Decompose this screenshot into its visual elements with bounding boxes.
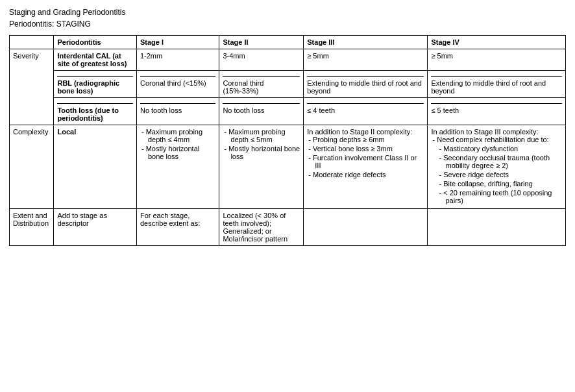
- list-item: Masticatory dysfunction: [437, 145, 562, 153]
- complexity-stage2: Maximum probing depth ≤ 5mm Mostly horiz…: [219, 125, 304, 209]
- extent-stage2: Localized (< 30% of teeth involved); Gen…: [219, 209, 304, 246]
- extent-stage3: [304, 209, 428, 246]
- severity-toothless-row: Tooth loss (due to periodontitis) No too…: [10, 98, 566, 125]
- rbl-stage1: Coronal third (<15%): [136, 71, 219, 98]
- list-item: Secondary occlusal trauma (tooth mobilit…: [437, 154, 562, 169]
- header-periodontitis: Periodontitis: [54, 36, 136, 49]
- cal-header: Interdental CAL (at site of greatest los…: [54, 49, 136, 71]
- cal-stage2: 3-4mm: [219, 49, 304, 71]
- stage4-intro: In addition to Stage III complexity:: [431, 128, 562, 136]
- cal-stage4: ≥ 5mm: [428, 49, 566, 71]
- rbl-stage4: Extending to middle third of root and be…: [428, 71, 566, 98]
- complexity-stage1: Maximum probing depth ≤ 4mm Mostly horiz…: [136, 125, 219, 209]
- header-stage1: Stage I: [136, 36, 219, 49]
- extent-stage4: [428, 209, 566, 246]
- complexity-stage4: In addition to Stage III complexity: Nee…: [428, 125, 566, 209]
- extent-periodontitis: Add to stage as descriptor: [54, 209, 136, 246]
- list-item: Probing depths ≥ 6mm: [307, 136, 424, 143]
- extent-stage1: For each stage, describe extent as:: [136, 209, 219, 246]
- subtitle: Periodontitis: STAGING: [9, 19, 566, 29]
- header-empty: [10, 36, 54, 49]
- list-item: Vertical bone loss ≥ 3mm: [307, 145, 424, 153]
- list-item: Furcation involvement Class II or III: [307, 154, 424, 169]
- header-stage4: Stage IV: [428, 36, 566, 49]
- extent-label: Extent and Distribution: [10, 209, 54, 246]
- severity-cal-row: Severity Interdental CAL (at site of gre…: [10, 49, 566, 71]
- extent-row: Extent and Distribution Add to stage as …: [10, 209, 566, 246]
- tooth-loss-stage1: No tooth loss: [136, 98, 219, 125]
- complexity-stage3: In addition to Stage II complexity: Prob…: [304, 125, 428, 209]
- rbl-stage3: Extending to middle third of root and be…: [304, 71, 428, 98]
- page-title: Staging and Grading Periodontitis: [9, 8, 566, 17]
- list-item: Mostly horizontal bone loss: [223, 145, 300, 160]
- tooth-loss-stage4: ≤ 5 teeth: [428, 98, 566, 125]
- rbl-header: RBL (radiographic bone loss): [54, 71, 136, 98]
- list-item: Severe ridge defects: [437, 171, 562, 178]
- complexity-row: Complexity Local Maximum probing depth ≤…: [10, 125, 566, 209]
- severity-rbl-row: RBL (radiographic bone loss) Coronal thi…: [10, 71, 566, 98]
- tooth-loss-header: Tooth loss (due to periodontitis): [54, 98, 136, 125]
- severity-label: Severity: [10, 49, 54, 125]
- complexity-local: Local: [54, 125, 136, 209]
- list-item: Maximum probing depth ≤ 4mm: [140, 128, 215, 143]
- list-item: Mostly horizontal bone loss: [140, 145, 215, 160]
- complexity-label: Complexity: [10, 125, 54, 209]
- staging-table: Periodontitis Stage I Stage II Stage III…: [9, 35, 566, 246]
- list-item: Maximum probing depth ≤ 5mm: [223, 128, 300, 143]
- list-item: Moderate ridge defects: [307, 171, 424, 178]
- list-item: Bite collapse, drifting, flaring: [437, 180, 562, 188]
- list-item: Need complex rehabilitation due to:: [431, 136, 562, 143]
- header-stage3: Stage III: [304, 36, 428, 49]
- rbl-stage2: Coronal third (15%-33%): [219, 71, 304, 98]
- cal-stage1: 1-2mm: [136, 49, 219, 71]
- tooth-loss-stage3: ≤ 4 teeth: [304, 98, 428, 125]
- cal-stage3: ≥ 5mm: [304, 49, 428, 71]
- stage3-intro: In addition to Stage II complexity:: [307, 128, 424, 136]
- header-stage2: Stage II: [219, 36, 304, 49]
- list-item: < 20 remaining teeth (10 opposing pairs): [437, 189, 562, 204]
- tooth-loss-stage2: No tooth loss: [219, 98, 304, 125]
